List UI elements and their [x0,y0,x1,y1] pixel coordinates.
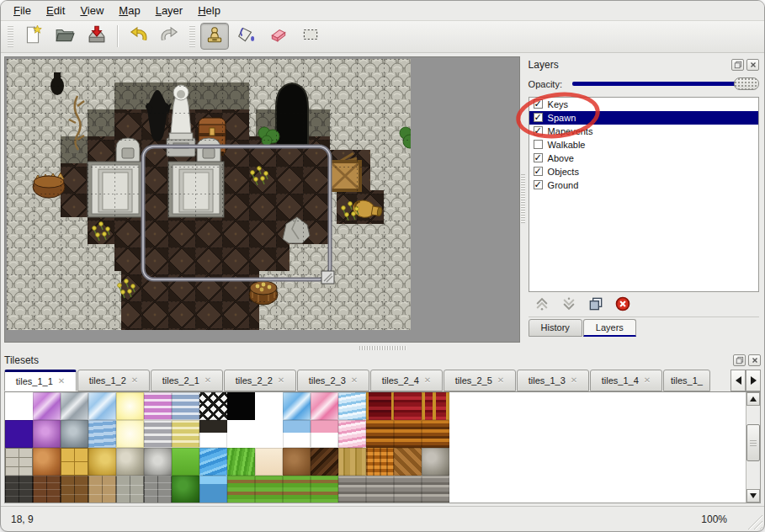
tile-glass-blue2[interactable] [283,392,311,420]
tileset-tab-tiles_1_3[interactable]: tiles_1_3✕ [517,370,589,391]
tile-stripe-blue[interactable] [172,392,199,420]
tile-wave-blue[interactable] [338,392,366,420]
tabs-scroll-left-button[interactable] [730,370,746,391]
tile-curtain-red[interactable] [394,392,422,420]
tile-logs-brown[interactable] [366,420,394,448]
tile-grass-green[interactable] [227,448,255,476]
tile-wall-tan[interactable] [88,476,116,503]
move-layer-down-button[interactable] [559,294,579,314]
layer-visibility-checkbox[interactable]: ✓ [534,180,543,189]
tile-brick-brown[interactable] [33,476,61,503]
tile-tile-blue-half[interactable] [283,420,311,448]
eraser-tool-button[interactable] [264,23,293,50]
tab-close-icon[interactable]: ✕ [205,375,211,385]
tile-blank[interactable] [5,392,33,420]
splitter-grip[interactable] [521,174,525,223]
tileset-scrollbar[interactable] [746,392,760,503]
tab-close-icon[interactable]: ✕ [497,375,504,385]
tile-lattice[interactable] [199,392,227,420]
redo-button[interactable] [156,23,184,50]
tile-farm-row[interactable] [283,476,311,503]
tile-weave-orange[interactable] [366,448,394,476]
tile-brick-big[interactable] [61,476,88,503]
menu-file[interactable]: File [6,2,39,19]
layer-visibility-checkbox[interactable]: ✓ [534,113,543,122]
tile-solid-indigo[interactable] [5,420,33,448]
tile-water[interactable] [199,448,227,476]
toolbar-drag-handle-2[interactable] [189,25,195,47]
tileset-tab-tiles_1_4[interactable]: tiles_1_4✕ [590,370,662,391]
tile-stone-blocks[interactable] [5,448,33,476]
tile-sign-half[interactable] [199,420,227,448]
tile-glow-pale[interactable] [116,420,144,448]
toolbar-drag-handle[interactable] [8,25,13,47]
tile-cloud-blue[interactable] [88,420,116,448]
tile-grass-flat[interactable] [172,448,199,476]
tile-stripe-yellow[interactable] [172,420,199,448]
tile-plank-tan[interactable] [338,448,366,476]
tile-water-wall[interactable] [199,476,227,503]
layer-row-above[interactable]: ✓Above [529,152,758,165]
tile-tile-yellow[interactable] [61,448,88,476]
tabs-scroll-right-button[interactable] [746,370,761,391]
float-panel-button[interactable] [731,59,744,71]
tile-dirt-path[interactable] [283,448,311,476]
menu-edit[interactable]: Edit [39,2,72,19]
menu-layer[interactable]: Layer [148,2,191,19]
tile-cloud-gray[interactable] [61,420,88,448]
tileset-tab-tiles_2_1[interactable]: tiles_2_1✕ [151,370,223,391]
tile-plank-wall[interactable] [394,476,422,503]
tab-close-icon[interactable]: ✕ [278,375,284,385]
tile-glass-purple[interactable] [33,392,61,420]
tile-blank[interactable] [255,392,283,420]
close-panel-button[interactable] [746,59,759,71]
select-tool-button[interactable] [296,23,325,50]
tile-farm-row[interactable] [227,476,255,503]
move-layer-up-button[interactable] [532,294,552,314]
tile-wave-pink[interactable] [338,420,366,448]
tile-blank[interactable] [255,420,283,448]
tab-close-icon[interactable]: ✕ [424,375,431,385]
layer-row-ground[interactable]: ✓Ground [529,178,758,192]
layer-visibility-checkbox[interactable]: ✓ [534,153,543,162]
tile-palette-area[interactable] [4,391,761,503]
close-panel-button[interactable] [748,354,761,366]
tile-sand-cream[interactable] [255,448,283,476]
tab-close-icon[interactable]: ✕ [644,375,651,385]
tile-log-gray[interactable] [422,448,449,476]
tileset-tab-tiles_2_5[interactable]: tiles_2_5✕ [444,370,516,391]
tileset-tab-tiles_2_3[interactable]: tiles_2_3✕ [297,370,369,391]
tileset-tab-tiles_2_2[interactable]: tiles_2_2✕ [224,370,296,391]
tile-herring-brown[interactable] [394,448,422,476]
tile-stripe-gray[interactable] [144,420,172,448]
tile-glass-blue[interactable] [88,392,116,420]
delete-layer-button[interactable] [613,294,633,314]
tile-blank[interactable] [227,420,255,448]
scrollbar-thumb[interactable] [746,424,760,461]
opacity-slider-track[interactable] [572,82,741,86]
dock-tab-layers[interactable]: Layers [583,319,636,337]
duplicate-layer-button[interactable] [586,294,606,314]
tile-pebble-gray[interactable] [116,448,144,476]
tile-glass-gray[interactable] [61,392,88,420]
scroll-up-button[interactable] [746,392,760,406]
tileset-tab-tiles_2_4[interactable]: tiles_2_4✕ [370,370,443,391]
map-canvas-area[interactable] [4,56,520,343]
layer-row-objects[interactable]: ✓Objects [529,165,758,178]
layer-visibility-checkbox[interactable]: ✓ [534,99,543,109]
float-panel-button[interactable] [733,354,746,366]
tab-close-icon[interactable]: ✕ [58,376,65,386]
tile-glass-pink[interactable] [311,392,338,420]
tile-wall-gray[interactable] [116,476,144,503]
selection-resize-handle[interactable] [321,271,334,284]
tile-plank-wall[interactable] [338,476,366,503]
tile-farm-row[interactable] [311,476,338,503]
tile-stone-gray[interactable] [144,448,172,476]
layer-row-keys[interactable]: ✓Keys [529,98,758,111]
tile-wood-dark[interactable] [311,448,338,476]
tab-close-icon[interactable]: ✕ [351,375,358,385]
tile-plank-wall[interactable] [366,476,394,503]
open-map-button[interactable] [50,23,79,50]
tile-curtain-gold[interactable] [422,392,449,420]
tile-solid-black[interactable] [227,392,255,420]
